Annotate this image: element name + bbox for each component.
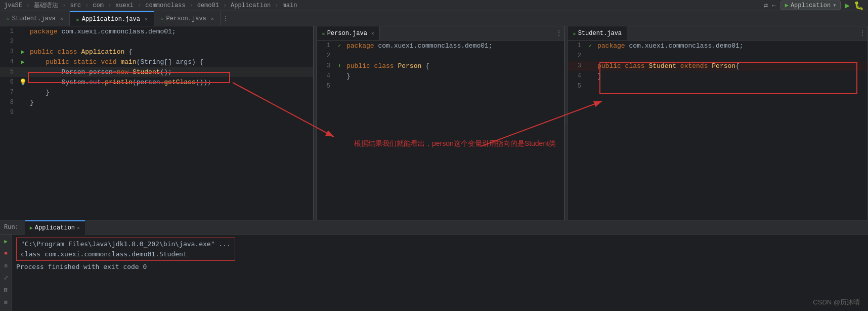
- console-boxed-output: "C:\Program Files\Java\jdk1.8.0_202\bin\…: [16, 238, 235, 261]
- main-tab-bar: ☕ Student.java ✕ ☕ Application.java ✕ ☕ …: [0, 11, 868, 26]
- topbar-main[interactable]: main: [283, 2, 297, 9]
- tab2-close[interactable]: ✕: [371, 30, 374, 36]
- editor-panel-3: ☕ Student.java ⋮ 1 ✓ package com.xuexi.c…: [568, 26, 868, 220]
- java-icon-person: ☕: [160, 15, 164, 22]
- tab-close-student[interactable]: ✕: [60, 16, 63, 22]
- bottom-content: ▶ ■ ⚙ ⤢ 🗑 ⊠ "C:\Program Files\Java\jdk1.…: [0, 235, 868, 311]
- p2-line-1: 1 ✓ package com.xuexi.commonclass.demo01…: [317, 41, 564, 51]
- java-icon-p2: ☕: [322, 30, 325, 36]
- run-label: Run:: [4, 224, 19, 231]
- bottom-tab-close[interactable]: ✕: [77, 225, 80, 231]
- run-button[interactable]: ▶: [845, 1, 850, 11]
- p3-line-2: 2: [568, 51, 867, 61]
- bottom-expand-btn[interactable]: ⤢: [2, 273, 11, 282]
- back-icon[interactable]: ←: [772, 2, 776, 10]
- code-line-1-9: 9: [0, 107, 313, 118]
- topbar-basics[interactable]: 基础语法: [34, 1, 58, 10]
- code-line-1-2: 2: [0, 36, 313, 47]
- bottom-settings-btn[interactable]: ⚙: [2, 261, 11, 270]
- editor-panel-3-tabs: ☕ Student.java ⋮: [568, 26, 867, 41]
- tab-close-application[interactable]: ✕: [145, 16, 148, 22]
- code-line-1-1: 1 package com.xuexi.commonclass.demo01;: [0, 26, 313, 36]
- java-icon-p3: ☕: [573, 30, 576, 36]
- editor-panel-1: 1 package com.xuexi.commonclass.demo01; …: [0, 26, 314, 220]
- run-tab-icon: ▶: [30, 225, 33, 231]
- topbar-commonclass[interactable]: commonclass: [145, 2, 185, 9]
- code-line-1-5: 5 Person person=new Student();: [0, 67, 313, 77]
- code-line-1-4: 4 ▶ public static void main(String[] arg…: [0, 57, 313, 67]
- console-line-1: "C:\Program Files\Java\jdk1.8.0_202\bin\…: [21, 239, 231, 249]
- bottom-run-btn[interactable]: ▶: [2, 237, 11, 246]
- tab-label-application: Application.java: [82, 16, 140, 23]
- panel3-tab-student[interactable]: ☕ Student.java: [568, 26, 627, 40]
- editors-and-panels: 1 package com.xuexi.commonclass.demo01; …: [0, 26, 868, 311]
- java-icon-student: ☕: [6, 15, 10, 22]
- p2-line-2: 2: [317, 51, 564, 61]
- vcs-icon[interactable]: ⇄: [764, 1, 768, 10]
- editor-panel-2-tabs: ☕ Person.java ✕ ⋮: [317, 26, 564, 41]
- tab-label-person: Person.java: [166, 15, 206, 22]
- three-panels: 1 package com.xuexi.commonclass.demo01; …: [0, 26, 868, 220]
- run-config-label: Application: [791, 2, 831, 9]
- console-line-4: Process finished with exit code 0: [16, 262, 864, 272]
- bulb-gutter-6[interactable]: 💡: [18, 79, 28, 86]
- tab-student-java[interactable]: ☕ Student.java ✕: [0, 11, 70, 26]
- p3-line-5: 5: [568, 81, 867, 91]
- editor-content-3[interactable]: 1 ✓ package com.xuexi.commonclass.demo01…: [568, 41, 867, 220]
- topbar-application[interactable]: Application: [231, 2, 271, 9]
- p2-line-3: 3 ⬇ public class Person {: [317, 61, 564, 71]
- panel2-tab-person[interactable]: ☕ Person.java ✕: [317, 26, 380, 40]
- run-gutter-4[interactable]: ▶: [18, 58, 28, 66]
- bottom-panel: Run: ▶ Application ✕ ▶ ■ ⚙ ⤢ 🗑 ⊠: [0, 220, 868, 311]
- tab-person-java[interactable]: ☕ Person.java ✕: [154, 11, 221, 26]
- bottom-trash-btn[interactable]: 🗑: [2, 285, 11, 294]
- top-right-controls: ⇄ ← ▶ Application ▾ ▶ 🐛: [764, 1, 864, 11]
- app-window: jvaSE › 基础语法 › src › com › xuexi › commo…: [0, 0, 868, 311]
- p2-line-4: 4 }: [317, 71, 564, 81]
- editor-content-1[interactable]: 1 package com.xuexi.commonclass.demo01; …: [0, 26, 313, 220]
- bottom-sidebar: ▶ ■ ⚙ ⤢ 🗑 ⊠: [0, 235, 12, 311]
- watermark: CSDN @历沐晴: [813, 298, 860, 307]
- topbar-xuexi[interactable]: xuexi: [115, 2, 134, 9]
- run-config-dropdown[interactable]: ▶ Application ▾: [780, 1, 841, 10]
- console-output[interactable]: "C:\Program Files\Java\jdk1.8.0_202\bin\…: [12, 235, 868, 311]
- tab-label-student: Student.java: [12, 15, 56, 22]
- java-icon-application: ☕: [76, 16, 79, 22]
- tab-close-person[interactable]: ✕: [211, 16, 214, 22]
- editor-content-2[interactable]: 1 ✓ package com.xuexi.commonclass.demo01…: [317, 41, 564, 220]
- p3-line-4: 4 }: [568, 71, 867, 81]
- bottom-tab-bar: Run: ▶ Application ✕: [0, 220, 868, 235]
- p3-line-3: 3 public class Student extends Person{: [568, 61, 867, 71]
- run-gutter-3[interactable]: ▶: [18, 48, 28, 56]
- debug-button[interactable]: 🐛: [854, 1, 864, 11]
- topbar-com[interactable]: com: [93, 2, 104, 9]
- topbar-jvase[interactable]: jvaSE: [4, 2, 22, 9]
- panel2-tab-menu[interactable]: ⋮: [554, 26, 564, 40]
- tab-application-java[interactable]: ☕ Application.java ✕: [70, 11, 154, 26]
- code-line-1-3: 3 ▶ public class Application {: [0, 47, 313, 57]
- bottom-tab-application[interactable]: ▶ Application ✕: [25, 220, 85, 235]
- code-line-1-7: 7 }: [0, 87, 313, 97]
- top-bar: jvaSE › 基础语法 › src › com › xuexi › commo…: [0, 0, 868, 11]
- code-line-1-8: 8 }: [0, 97, 313, 107]
- bottom-fold-btn[interactable]: ⊠: [2, 297, 11, 306]
- editor-panel-2: ☕ Person.java ✕ ⋮ 1 ✓ package com.xuexi.…: [317, 26, 565, 220]
- console-line-2: class com.xuexi.commonclass.demo01.Stude…: [21, 249, 231, 259]
- p3-line-1: 1 ✓ package com.xuexi.commonclass.demo01…: [568, 41, 867, 51]
- code-line-1-6: 6 💡 System.out.println(person.getClass()…: [0, 77, 313, 87]
- tab-menu-button[interactable]: ⋮: [221, 11, 231, 26]
- topbar-src[interactable]: src: [70, 2, 81, 9]
- bottom-tab-label: Application: [35, 224, 75, 231]
- bottom-stop-btn[interactable]: ■: [2, 249, 11, 258]
- panel3-tab-menu[interactable]: ⋮: [857, 26, 867, 40]
- p2-line-5: 5: [317, 81, 564, 91]
- topbar-demo01[interactable]: demo01: [197, 2, 219, 9]
